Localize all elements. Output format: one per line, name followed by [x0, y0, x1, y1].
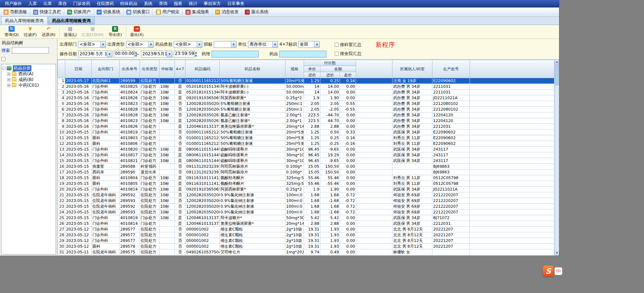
cell-spec[interactable]: 50.000m: [285, 90, 304, 95]
cell-order[interactable]: 4010823: [120, 101, 140, 107]
cell-blank[interactable]: [356, 221, 392, 227]
cell-name[interactable]: 阿卡波糖胶囊(-): [220, 84, 285, 90]
cell-type[interactable]: 住院处方: [140, 232, 159, 238]
cell-name[interactable]: 阿卡波糖片*: [220, 215, 285, 221]
cell-price[interactable]: 1.25: [304, 141, 320, 147]
chevron-down-icon[interactable]: ▼: [148, 41, 153, 47]
cell-type[interactable]: 住院处方: [140, 192, 159, 198]
cell-code[interactable]: 01000111652123: [186, 135, 220, 141]
cell-num[interactable]: 11: [58, 135, 65, 141]
cell-amount[interactable]: -55.46: [320, 181, 340, 187]
cell-type[interactable]: 住院处方: [140, 209, 159, 215]
cell-num[interactable]: 25: [58, 215, 65, 221]
cell-blank[interactable]: [470, 118, 554, 124]
cell-blank[interactable]: [470, 181, 554, 187]
cell-date[interactable]: 2023-05-16: [65, 112, 92, 118]
cell-blank[interactable]: [356, 170, 392, 175]
cell-flag[interactable]: 是: [175, 158, 186, 164]
cell-num[interactable]: 27: [58, 227, 65, 232]
cell-date[interactable]: 2023-05-17: [65, 78, 92, 84]
cell-order[interactable]: 4010819: [120, 215, 140, 221]
cell-amount[interactable]: 0.25: [320, 78, 340, 84]
cell-batch[interactable]: 2212220207: [432, 198, 470, 204]
cell-dept[interactable]: 眼科: [92, 135, 120, 141]
cell-spec[interactable]: 100ml:0: [285, 192, 304, 198]
cell-code[interactable]: 09116310111412: [186, 181, 220, 187]
cell-order[interactable]: 4010817: [120, 152, 140, 158]
cell-patient[interactable]: 武自费 男 34岁: [392, 112, 432, 118]
cell-dept[interactable]: 住院老年病科: [92, 249, 120, 255]
cell-price[interactable]: 55.46: [304, 181, 320, 187]
menu-item[interactable]: 库存: [55, 0, 70, 7]
cell-spec[interactable]: 20ml*5支: [285, 141, 304, 147]
date-from-picker[interactable]: 2023年 5月 1日 ▼: [78, 51, 112, 57]
cell-flag[interactable]: 是: [175, 95, 186, 101]
cell-name[interactable]: 奥美拉唑肠溶胶囊*: [220, 124, 285, 130]
cell-code[interactable]: 01000111652123: [186, 141, 220, 147]
cell-type[interactable]: 住院处方: [140, 244, 159, 249]
cell-price[interactable]: 5.42: [304, 215, 320, 221]
cell-flag[interactable]: 否: [175, 135, 186, 141]
cell-num[interactable]: 18: [58, 175, 65, 181]
cell-amount[interactable]: 0.50: [320, 130, 340, 135]
cell-name[interactable]: 维生素C颗粒: [220, 238, 285, 244]
cell-spec[interactable]: 0.100g*: [285, 164, 304, 170]
cell-price[interactable]: 19.31: [304, 244, 320, 249]
cell-patient[interactable]: 武自费 男 34岁: [392, 84, 432, 90]
exit-button[interactable]: →退出(X): [128, 26, 146, 38]
cell-spec[interactable]: 20mg*14: [285, 221, 304, 227]
menu-item[interactable]: 出库: [40, 0, 55, 7]
cell-date[interactable]: 2023-05-16: [65, 107, 92, 112]
cell-blank[interactable]: [356, 135, 392, 141]
filter-button[interactable]: ▼过滤(F): [21, 26, 39, 38]
cell-bid[interactable]: 10标: [159, 175, 175, 181]
menu-item[interactable]: 用户操作: [1, 0, 25, 7]
cell-type[interactable]: 住院处方: [140, 227, 159, 232]
cell-price[interactable]: 9.74: [304, 249, 320, 255]
cell-date[interactable]: 2023-05-15: [65, 152, 92, 158]
cell-bid[interactable]: [159, 227, 175, 232]
column-header-cost-amount[interactable]: 进价: [320, 72, 340, 78]
cell-blank[interactable]: [470, 101, 554, 107]
table-row[interactable]: 192023-05-15眼科4010805门诊处方10标是09116310111…: [58, 181, 554, 187]
cell-date[interactable]: 2023-05-15: [65, 198, 92, 204]
cell-batch[interactable]: JD2211021A: [432, 95, 470, 101]
cell-order[interactable]: 4010805: [120, 181, 140, 187]
cell-price[interactable]: 1.68: [304, 192, 320, 198]
cell-order[interactable]: 4010826: [120, 124, 140, 130]
cell-diff[interactable]: 0.00: [340, 215, 356, 221]
cell-diff[interactable]: 0.16: [340, 135, 356, 141]
cell-num[interactable]: 1: [58, 78, 65, 84]
cell-date[interactable]: 2023-05-15: [65, 130, 92, 135]
cell-diff[interactable]: 0.00: [340, 84, 356, 90]
cell-blank[interactable]: [356, 187, 392, 192]
cell-price[interactable]: 2.88: [304, 221, 320, 227]
cell-spec[interactable]: 20ml*5支: [285, 78, 304, 84]
cell-blank[interactable]: [470, 227, 554, 232]
column-header-amount[interactable]: 金额: [320, 66, 356, 72]
cell-spec[interactable]: 100ml:0: [285, 209, 304, 215]
cell-num[interactable]: 12: [58, 141, 65, 147]
table-row[interactable]: 122023-05-15眼科4010806门诊处方否01000111652123…: [58, 141, 554, 147]
cell-price[interactable]: 14: [304, 84, 320, 90]
table-row[interactable]: 242023-05-15住院老年病科289593住院处方10标否12002820…: [58, 209, 554, 215]
cell-price[interactable]: 223.5: [304, 118, 320, 124]
cell-blank[interactable]: [356, 112, 392, 118]
cell-spec[interactable]: 30mg*10: [285, 158, 304, 164]
cell-batch[interactable]: JD2211021A: [432, 187, 470, 192]
cell-amount[interactable]: 1.93: [320, 238, 340, 244]
cell-diff[interactable]: 0.00: [340, 118, 356, 124]
cell-bid[interactable]: [159, 249, 175, 255]
scroll-up-icon[interactable]: ▲: [555, 60, 559, 64]
cell-type[interactable]: 住院处方: [140, 238, 159, 244]
cell-batch[interactable]: E22090602: [432, 141, 470, 147]
cell-spec[interactable]: 325mg:5: [285, 181, 304, 187]
cell-price[interactable]: 15.05: [304, 170, 320, 175]
cell-amount[interactable]: 0.49: [320, 249, 340, 255]
query-button[interactable]: ↻查询(Q): [2, 26, 21, 38]
cell-batch[interactable]: BJ69863: [432, 170, 470, 175]
cell-date[interactable]: 2023-05-15: [65, 170, 92, 175]
cell-patient[interactable]: 武医保 男 34岁: [392, 187, 432, 192]
column-header-unit-price[interactable]: 单价: [304, 66, 320, 72]
cell-name[interactable]: 50%葡萄糖注射液: [220, 141, 285, 147]
